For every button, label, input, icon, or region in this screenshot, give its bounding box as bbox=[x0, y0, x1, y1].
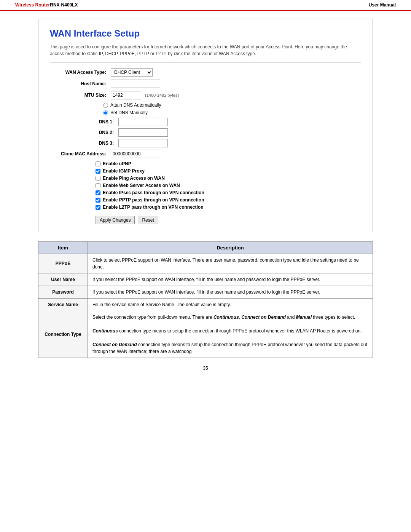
wan-access-type-row: WAN Access Type: DHCP Client Static IP P… bbox=[50, 68, 361, 77]
enable-ipsec-row: Enable IPsec pass through on VPN connect… bbox=[96, 190, 361, 195]
enable-upnp-checkbox[interactable] bbox=[96, 161, 100, 166]
mtu-size-input[interactable] bbox=[111, 91, 141, 99]
enable-ping-checkbox[interactable] bbox=[96, 176, 100, 181]
wan-card: WAN Interface Setup This page is used to… bbox=[38, 19, 373, 232]
table-row: User Name If you select the PPPoE suppor… bbox=[38, 273, 373, 286]
page-number: 35 bbox=[38, 366, 373, 375]
page-body: WAN Interface Setup This page is used to… bbox=[0, 11, 411, 382]
wan-description: This page is used to configure the param… bbox=[50, 43, 361, 63]
enable-pptp-row: Enable PPTP pass through on VPN connecti… bbox=[96, 197, 361, 203]
set-dns-label: Set DNS Manually bbox=[110, 110, 148, 115]
manual-label: Manual bbox=[296, 315, 312, 320]
dns1-input[interactable] bbox=[118, 118, 168, 126]
enable-pptp-label: Enable PPTP pass through on VPN connecti… bbox=[103, 197, 204, 203]
page-header: Wireless RouterRNX-N400LX User Manual bbox=[0, 0, 411, 11]
enable-igmp-label: Enable IGMP Proxy bbox=[103, 168, 145, 174]
table-desc-password: If you select the PPPoE support on WAN i… bbox=[88, 286, 373, 299]
connect-on-demand-label: Connect on Demand bbox=[92, 342, 137, 347]
wan-access-type-label: WAN Access Type: bbox=[50, 70, 111, 75]
continuous-label: Continuous, Connect on Demand bbox=[213, 315, 286, 320]
table-item-password: Password bbox=[38, 286, 88, 299]
table-desc-conntype: Select the connection type from pull-dow… bbox=[88, 311, 373, 358]
set-dns-row: Set DNS Manually bbox=[103, 110, 361, 115]
table-item-conntype: Connection Type bbox=[38, 311, 88, 358]
table-desc-servicename: Fill in the service name of Service Name… bbox=[88, 299, 373, 311]
attain-dns-row: Attain DNS Automatically bbox=[103, 102, 361, 108]
dns1-row: DNS 1: bbox=[50, 118, 361, 126]
enable-ping-row: Enable Ping Access on WAN bbox=[96, 176, 361, 181]
description-table: Item Description PPPoE Click to select P… bbox=[38, 241, 373, 358]
enable-igmp-row: Enable IGMP Proxy bbox=[96, 168, 361, 174]
header-left: Wireless RouterRNX-N400LX bbox=[15, 2, 78, 8]
mtu-size-row: MTU Size: (1400-1492 bytes) bbox=[50, 91, 361, 99]
clone-mac-row: Clone MAC Address: bbox=[50, 150, 361, 158]
mtu-hint: (1400-1492 bytes) bbox=[145, 93, 179, 97]
table-item-pppoe: PPPoE bbox=[38, 254, 88, 273]
enable-ipsec-label: Enable IPsec pass through on VPN connect… bbox=[103, 190, 204, 195]
wan-form: WAN Access Type: DHCP Client Static IP P… bbox=[50, 68, 361, 224]
enable-pptp-checkbox[interactable] bbox=[96, 198, 100, 203]
attain-dns-label: Attain DNS Automatically bbox=[110, 102, 161, 108]
host-name-row: Host Name: bbox=[50, 80, 361, 88]
dns2-row: DNS 2: bbox=[50, 128, 361, 137]
dns2-input[interactable] bbox=[118, 128, 168, 137]
button-row: Apply Changes Reset bbox=[96, 216, 361, 224]
wan-access-type-select[interactable]: DHCP Client Static IP PPPoE PPTP L2TP bbox=[111, 68, 153, 77]
enable-web-row: Enable Web Server Access on WAN bbox=[96, 183, 361, 188]
table-row: Service Name Fill in the service name of… bbox=[38, 299, 373, 311]
enable-l2tp-checkbox[interactable] bbox=[96, 205, 100, 210]
set-dns-radio[interactable] bbox=[103, 110, 108, 115]
dns3-label: DNS 3: bbox=[57, 141, 118, 146]
attain-dns-radio[interactable] bbox=[103, 103, 108, 108]
enable-web-checkbox[interactable] bbox=[96, 183, 100, 188]
table-item-servicename: Service Name bbox=[38, 299, 88, 311]
dns1-label: DNS 1: bbox=[57, 119, 118, 125]
table-col1-header: Item bbox=[38, 242, 88, 254]
table-desc-pppoe: Click to select PPPoE support on WAN int… bbox=[88, 254, 373, 273]
clone-mac-label: Clone MAC Address: bbox=[50, 151, 111, 157]
dns2-label: DNS 2: bbox=[57, 130, 118, 135]
host-name-label: Host Name: bbox=[50, 81, 111, 86]
host-name-input[interactable] bbox=[111, 80, 160, 88]
model-text: RNX-N400LX bbox=[50, 2, 78, 8]
enable-upnp-row: Enable uPNP bbox=[96, 161, 361, 166]
table-desc-username: If you select the PPPoE support on WAN i… bbox=[88, 273, 373, 286]
table-row: Connection Type Select the connection ty… bbox=[38, 311, 373, 358]
wan-title: WAN Interface Setup bbox=[50, 28, 361, 39]
enable-ping-label: Enable Ping Access on WAN bbox=[103, 176, 165, 181]
table-item-username: User Name bbox=[38, 273, 88, 286]
clone-mac-input[interactable] bbox=[111, 150, 160, 158]
enable-l2tp-label: Enable L2TP pass through on VPN connecti… bbox=[103, 204, 203, 210]
table-row: PPPoE Click to select PPPoE support on W… bbox=[38, 254, 373, 273]
mtu-size-label: MTU Size: bbox=[50, 93, 111, 98]
continuous-label2: Continuous bbox=[92, 328, 118, 334]
dns3-row: DNS 3: bbox=[50, 139, 361, 147]
apply-changes-button[interactable]: Apply Changes bbox=[96, 216, 135, 224]
enable-l2tp-row: Enable L2TP pass through on VPN connecti… bbox=[96, 204, 361, 210]
enable-upnp-label: Enable uPNP bbox=[103, 161, 131, 166]
reset-button[interactable]: Reset bbox=[138, 216, 158, 224]
header-right: User Manual bbox=[369, 2, 396, 8]
enable-web-label: Enable Web Server Access on WAN bbox=[103, 183, 180, 188]
enable-ipsec-checkbox[interactable] bbox=[96, 190, 100, 195]
dns3-input[interactable] bbox=[118, 139, 168, 147]
brand-text: Wireless Router bbox=[15, 2, 50, 8]
enable-igmp-checkbox[interactable] bbox=[96, 169, 100, 174]
table-col2-header: Description bbox=[88, 242, 373, 254]
table-row: Password If you select the PPPoE support… bbox=[38, 286, 373, 299]
